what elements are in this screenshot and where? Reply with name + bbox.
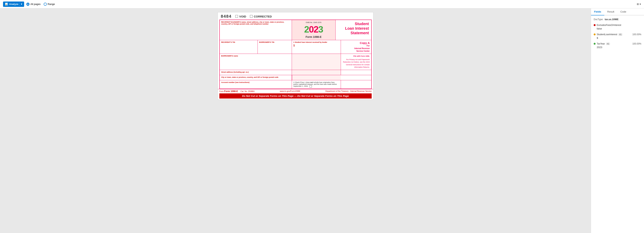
dollar-sign: $ — [294, 44, 295, 47]
recipient-tin-label: RECIPIENT'S TIN — [221, 41, 256, 43]
main-area: 8484 VOID CORRECTED RECIPIENT'S/LENDER'S… — [0, 8, 644, 233]
footer-cat: Cat. No. 25088U — [240, 90, 255, 92]
row-tin: RECIPIENT'S TIN BORROWER'S TIN 1 Student… — [220, 40, 371, 54]
footer-web: www.irs.gov/Form1098E — [280, 90, 300, 92]
range-radio-circle — [44, 3, 47, 6]
form-number: 8484 — [221, 14, 232, 19]
privacy-text: For Privacy Act and Paperwork Reduction … — [342, 58, 370, 69]
doctype-row: DocType: tax.us.1098E — [594, 18, 641, 21]
loan-interest-value: $ — [294, 44, 339, 47]
field-student-loan: StudentLoanInterest #1 100.00% $ — [594, 33, 641, 39]
range-label: Range — [48, 3, 55, 6]
cell-recipient-tin: RECIPIENT'S TIN — [220, 40, 258, 54]
row-city: City or town, state or province, country… — [220, 75, 371, 80]
layers-chevron: ▾ — [640, 3, 641, 6]
top-bar-right: ⊞ ▾ — [637, 3, 641, 6]
row-borrower-name: BORROWER'S name File with Form 1096. For… — [220, 54, 371, 70]
cell-street-right — [292, 70, 341, 75]
field-name-excludes: ExcludesFeesOrInterest — [597, 24, 621, 27]
right-panel: Fields Result Code DocType: tax.us.1098E… — [591, 8, 644, 233]
field-confidence-student-loan: 100.00% — [632, 33, 641, 36]
layers-icon: ⊞ — [637, 3, 639, 6]
borrower-tin-label: BORROWER'S TIN — [259, 41, 290, 43]
cell-logo: OMB No. 1545-1576 2023 Form 1098-E — [292, 20, 336, 40]
field-badge-student-loan: #1 — [618, 33, 622, 36]
footer-center: www.irs.gov/Form1098E — [280, 90, 300, 92]
form-container: 8484 VOID CORRECTED RECIPIENT'S/LENDER'S… — [218, 12, 373, 99]
field-header-tax-year: TaxYear #1 100.00% — [594, 42, 641, 45]
omb-label: OMB No. 1545-1576 — [304, 22, 323, 23]
cell-right-info — [292, 54, 341, 70]
analyze-icon: 📊 — [5, 3, 8, 6]
corrected-box: CORRECTED — [250, 15, 272, 18]
check2-checkbox[interactable] — [310, 85, 312, 88]
field-value-excludes: false — [594, 27, 641, 30]
field-confidence-tax-year: 100.00% — [632, 42, 641, 45]
all-pages-label: All pages — [30, 3, 40, 6]
cell-copy-a-text: File with Form 1096. For Privacy Act and… — [341, 54, 371, 70]
tab-result[interactable]: Result — [604, 8, 618, 16]
corrected-checkbox[interactable] — [250, 15, 252, 18]
row-street: Street address (including apt. no.) — [220, 70, 371, 75]
cell-check-box: 2 Check if box 1 does not include loan o… — [292, 80, 341, 89]
cell-borrower-tin: BORROWER'S TIN — [258, 40, 292, 54]
field-header-student-loan: StudentLoanInterest #1 100.00% — [594, 33, 641, 36]
field-name-student-loan: StudentLoanInterest — [597, 33, 617, 36]
footer-dept: Department of the Treasury - Internal Re… — [326, 90, 372, 92]
field-dot-excludes — [594, 24, 596, 26]
analyze-button[interactable]: 📊 Analyze ▾ — [3, 2, 24, 7]
field-tax-year: TaxYear #1 100.00% 2023 — [594, 42, 641, 49]
check2-label: 2 Check if box 1 does not include loan o… — [294, 81, 337, 87]
footer-left: Form Form 1098-E Cat. No. 25088U — [219, 90, 255, 93]
corrected-label: CORRECTED — [254, 15, 272, 18]
field-dot-tax-year — [594, 43, 596, 45]
cell-street: Street address (including apt. no.) — [220, 70, 292, 75]
year-digit-2b: 2 — [314, 24, 318, 35]
doctype-label: DocType: — [594, 18, 603, 21]
city-label: City or town, state or province, country… — [221, 76, 290, 78]
panel-body: DocType: tax.us.1098E ExcludesFeesOrInte… — [591, 16, 644, 233]
cell-copy-a: Copy A ForInternal RevenueService Center — [341, 40, 371, 54]
borrower-name-label: BORROWER'S name — [221, 55, 290, 57]
cell-city-right2 — [341, 75, 371, 80]
year-digit-0: 0 — [309, 24, 314, 35]
page-range-group: All pages Range — [26, 3, 55, 6]
form-body: RECIPIENT'S/LENDER'S name, street addres… — [219, 20, 372, 89]
field-excludes-fees: ExcludesFeesOrInterest false — [594, 24, 641, 30]
footer-right: Department of the Treasury - Internal Re… — [326, 90, 372, 92]
range-radio[interactable]: Range — [44, 3, 55, 6]
cell-borrower-name: BORROWER'S name — [220, 54, 292, 70]
doctype-value: tax.us.1098E — [605, 18, 618, 21]
btn-divider — [20, 3, 20, 6]
tab-code[interactable]: Code — [617, 8, 629, 16]
all-pages-radio-circle — [26, 3, 30, 6]
analyze-label: Analyze — [9, 3, 18, 6]
void-checkbox[interactable] — [235, 15, 238, 18]
field-value-tax-year: 2023 — [594, 46, 641, 49]
top-bar-left: 📊 Analyze ▾ All pages Range — [3, 2, 55, 7]
form-footer: Form Form 1098-E Cat. No. 25088U www.irs… — [218, 89, 373, 93]
all-pages-radio[interactable]: All pages — [26, 3, 40, 6]
void-box: VOID — [235, 15, 246, 18]
cell-account: Account number (see instructions) — [220, 80, 292, 89]
loan-interest-label: 1 Student loan interest received by lend… — [294, 41, 339, 43]
copy-a-sub: ForInternal RevenueService Center — [342, 45, 370, 53]
tab-fields[interactable]: Fields — [591, 8, 604, 16]
field-dot-student-loan — [594, 34, 596, 35]
document-area: 8484 VOID CORRECTED RECIPIENT'S/LENDER'S… — [0, 8, 591, 233]
panel-tabs: Fields Result Code — [591, 8, 644, 16]
street-label: Street address (including apt. no.) — [221, 71, 290, 73]
file-with-label: File with Form 1096. — [342, 55, 370, 58]
cell-city-right — [292, 75, 341, 80]
analyze-chevron-icon: ▾ — [21, 3, 22, 6]
row-lender: RECIPIENT'S/LENDER'S name, street addres… — [220, 20, 371, 40]
cell-title: Student Loan Interest Statement — [336, 20, 371, 40]
cell-loan-interest: 1 Student loan interest received by lend… — [292, 40, 341, 54]
cell-street-right2 — [341, 70, 371, 75]
cell-city: City or town, state or province, country… — [220, 75, 292, 80]
void-label: VOID — [239, 15, 246, 18]
account-label: Account number (see instructions) — [221, 81, 290, 83]
layers-button[interactable]: ⊞ ▾ — [637, 3, 641, 6]
form-header: 8484 VOID CORRECTED — [218, 12, 373, 20]
row-account: Account number (see instructions) 2 Chec… — [220, 80, 371, 89]
